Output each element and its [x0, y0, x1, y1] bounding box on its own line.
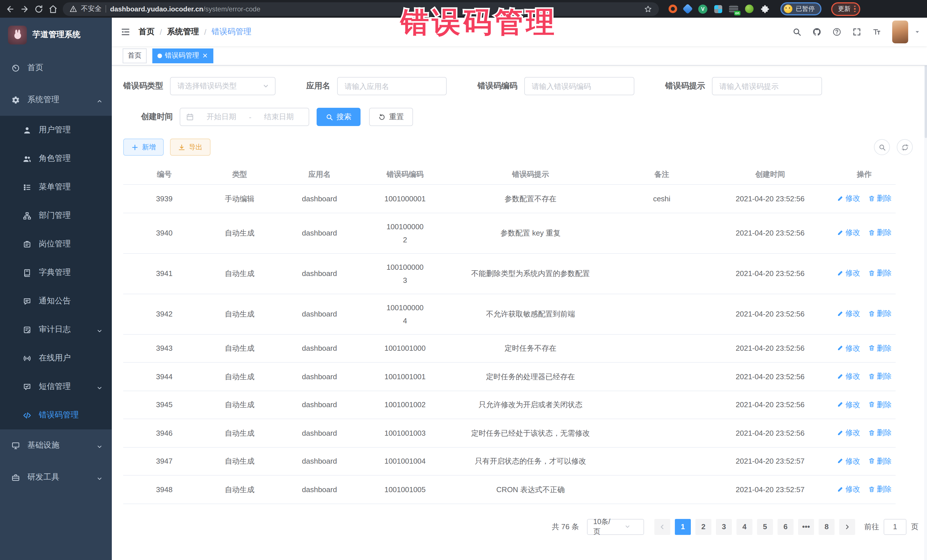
export-button[interactable]: 导出 [170, 138, 211, 156]
browser-forward-icon[interactable] [20, 4, 29, 14]
fullscreen-icon[interactable] [852, 27, 862, 36]
sidebar-item-user[interactable]: 用户管理 [0, 116, 112, 144]
edit-row-link[interactable]: 修改 [837, 267, 860, 280]
tab-home[interactable]: 首页 [123, 48, 147, 63]
sidebar-item-dict[interactable]: 字典管理 [0, 258, 112, 287]
cell-time: 2021-04-20 23:52:56 [707, 419, 833, 447]
page-button-3[interactable]: 3 [716, 519, 732, 535]
search-button[interactable]: 搜索 [317, 108, 360, 126]
log-icon [23, 325, 31, 334]
delete-row-link[interactable]: 删除 [868, 426, 892, 439]
extension-switch-icon[interactable]: on [729, 5, 738, 13]
error-code-input[interactable] [524, 77, 634, 95]
cell-type: 自动生成 [205, 391, 274, 419]
page-button-5[interactable]: 5 [757, 519, 773, 535]
sidebar-item-audit-log[interactable]: 审计日志 [0, 316, 112, 344]
error-hint-input[interactable] [712, 77, 822, 95]
address-bar[interactable]: 不安全 dashboard.yudao.iocoder.cn/system/er… [63, 2, 659, 16]
delete-row-link[interactable]: 删除 [868, 226, 892, 239]
help-icon[interactable] [832, 27, 842, 36]
delete-row-link[interactable]: 删除 [868, 341, 892, 354]
sidebar-item-infra[interactable]: 基础设施 [0, 429, 112, 461]
sidebar-item-role[interactable]: 角色管理 [0, 144, 112, 173]
user-menu-caret-icon[interactable] [915, 29, 920, 35]
sidebar-item-post[interactable]: 岗位管理 [0, 230, 112, 258]
cell-app: dashboard [274, 391, 365, 419]
app-name-input[interactable] [337, 77, 447, 95]
extension-orange-icon[interactable] [669, 5, 677, 13]
page-button-6[interactable]: 6 [778, 519, 793, 535]
delete-row-link[interactable]: 删除 [868, 454, 892, 467]
sidebar-item-home[interactable]: 首页 [0, 52, 112, 84]
edit-row-link[interactable]: 修改 [837, 370, 860, 382]
extensions-puzzle-icon[interactable] [760, 4, 769, 14]
page-button-2[interactable]: 2 [695, 519, 711, 535]
edit-row-link[interactable]: 修改 [837, 454, 860, 467]
browser-update-button[interactable]: 更新 [831, 2, 860, 16]
extension-grid-icon[interactable] [714, 5, 722, 13]
trash-icon [868, 229, 875, 236]
delete-row-link[interactable]: 删除 [868, 483, 892, 496]
extension-vue-icon[interactable]: V [698, 4, 707, 14]
date-range-picker[interactable]: 开始日期 - 结束日期 [180, 108, 309, 126]
edit-row-link[interactable]: 修改 [837, 226, 860, 239]
monitor-icon [11, 441, 20, 450]
font-size-icon[interactable] [872, 27, 881, 36]
browser-profile-chip[interactable]: 已暂停 [780, 2, 821, 15]
sidebar-toggle-icon[interactable] [120, 27, 131, 37]
table-row: 3942自动生成dashboard100100000 4不允许获取敏感配置到前端… [123, 294, 896, 334]
edit-row-link[interactable]: 修改 [837, 426, 860, 439]
bookmark-star-icon[interactable] [644, 5, 652, 13]
sidebar-item-menu[interactable]: 菜单管理 [0, 173, 112, 201]
header-search-icon[interactable] [792, 27, 801, 36]
next-page-button[interactable] [839, 519, 855, 535]
sidebar-item-sms[interactable]: 短信管理 [0, 372, 112, 401]
page-size-select[interactable]: 10条/页 [587, 519, 644, 535]
github-icon[interactable] [812, 27, 821, 36]
edit-row-link[interactable]: 修改 [837, 398, 860, 411]
browser-reload-icon[interactable] [34, 4, 43, 14]
delete-row-link[interactable]: 删除 [868, 398, 892, 411]
goto-page-input[interactable] [884, 519, 906, 535]
edit-icon [837, 344, 844, 351]
sidebar-item-dev-tool[interactable]: 研发工具 [0, 461, 112, 493]
browser-back-icon[interactable] [6, 4, 15, 14]
toggle-search-button[interactable] [874, 139, 890, 155]
prev-page-button[interactable] [654, 519, 670, 535]
app-logo-row[interactable]: 芋道管理系统 [0, 18, 112, 52]
cell-msg: 定时任务的处理器已经存在 [445, 363, 616, 391]
sidebar-item-error-code[interactable]: 错误码管理 [0, 401, 112, 429]
edit-row-link[interactable]: 修改 [837, 191, 860, 205]
edit-row-link[interactable]: 修改 [837, 483, 860, 496]
user-avatar[interactable] [892, 21, 908, 43]
browser-menu-kebab-icon[interactable] [854, 6, 856, 12]
edit-icon [837, 401, 844, 408]
delete-row-link[interactable]: 删除 [868, 307, 892, 320]
sidebar-item-notice[interactable]: 通知公告 [0, 287, 112, 316]
error-type-select[interactable]: 请选择错误码类型 [170, 77, 275, 95]
delete-row-link[interactable]: 删除 [868, 267, 892, 280]
close-tab-icon[interactable] [202, 52, 208, 59]
sidebar-item-online-user[interactable]: 在线用户 [0, 344, 112, 372]
browser-home-icon[interactable] [49, 4, 58, 14]
extension-green-icon[interactable] [745, 5, 754, 13]
delete-row-link[interactable]: 删除 [868, 191, 892, 205]
page-button-1[interactable]: 1 [675, 519, 691, 535]
sidebar-item-dept[interactable]: 部门管理 [0, 201, 112, 230]
breadcrumb-item-home[interactable]: 首页 [138, 27, 155, 37]
refresh-table-button[interactable] [897, 139, 913, 155]
edit-row-link[interactable]: 修改 [837, 307, 860, 320]
extension-gem-icon[interactable] [682, 4, 693, 14]
page-button-8[interactable]: 8 [819, 519, 834, 535]
tab-error-code[interactable]: 错误码管理 [152, 48, 213, 63]
add-button[interactable]: 新增 [123, 138, 164, 156]
reset-button[interactable]: 重置 [369, 108, 413, 126]
breadcrumb-item-system[interactable]: 系统管理 [167, 27, 199, 37]
delete-row-link[interactable]: 删除 [868, 370, 892, 382]
sidebar-item-system[interactable]: 系统管理 [0, 84, 112, 116]
page-scrollbar[interactable] [924, 48, 927, 560]
security-warning-icon[interactable] [70, 5, 77, 12]
edit-row-link[interactable]: 修改 [837, 341, 860, 354]
pager-more-button[interactable]: ••• [798, 519, 814, 535]
page-button-4[interactable]: 4 [737, 519, 752, 535]
